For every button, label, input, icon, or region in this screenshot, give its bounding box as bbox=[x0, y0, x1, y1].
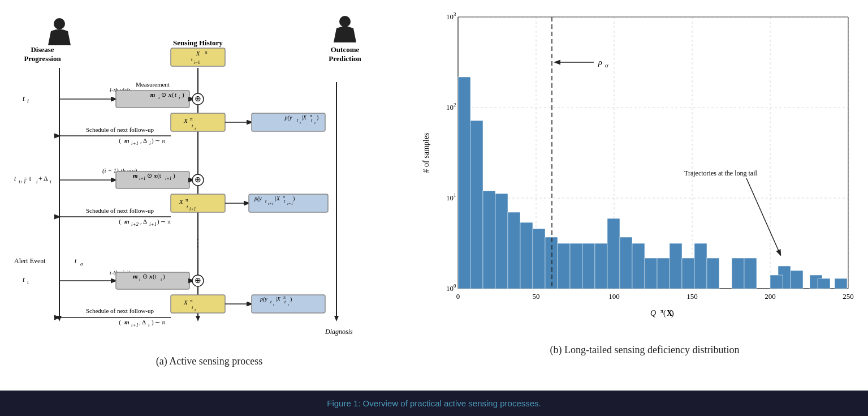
svg-text:x: x bbox=[153, 172, 157, 179]
svg-text:(: ( bbox=[119, 319, 121, 326]
svg-text:m: m bbox=[124, 137, 129, 144]
svg-text:100: 100 bbox=[608, 292, 620, 301]
svg-text:i: i bbox=[300, 121, 301, 125]
svg-text:X: X bbox=[196, 50, 201, 57]
svg-rect-67 bbox=[116, 171, 189, 188]
svg-text:p(y: p(y bbox=[284, 114, 292, 121]
svg-text:): ) bbox=[671, 309, 674, 318]
svg-rect-188 bbox=[607, 218, 620, 289]
svg-text:π: π bbox=[190, 298, 193, 303]
svg-text:2: 2 bbox=[454, 102, 456, 108]
svg-marker-9 bbox=[57, 316, 62, 321]
svg-text:ι: ι bbox=[288, 302, 289, 307]
svg-rect-192 bbox=[657, 258, 670, 289]
svg-text:): ) bbox=[293, 195, 295, 202]
footer-text: Figure 1: Overview of practical active s… bbox=[327, 398, 541, 408]
svg-rect-189 bbox=[620, 237, 632, 289]
svg-text:m: m bbox=[133, 172, 138, 179]
svg-text:, Δ: , Δ bbox=[139, 319, 146, 325]
svg-text:0: 0 bbox=[454, 283, 456, 289]
svg-text:i: i bbox=[27, 98, 29, 104]
svg-marker-11 bbox=[196, 316, 200, 321]
svg-text:ι: ι bbox=[148, 322, 150, 328]
svg-text:) ∼ π: ) ∼ π bbox=[152, 319, 165, 326]
svg-text:Trajectories at the long tail: Trajectories at the long tail bbox=[684, 169, 758, 177]
svg-text:# of samples: # of samples bbox=[422, 133, 430, 173]
svg-text:t: t bbox=[23, 94, 25, 102]
svg-text:X: X bbox=[179, 198, 184, 205]
svg-text:i: i bbox=[314, 121, 316, 125]
svg-text:(: ( bbox=[172, 91, 174, 98]
svg-text:Prediction: Prediction bbox=[329, 54, 361, 63]
svg-text:|X: |X bbox=[275, 296, 281, 302]
svg-text:Sensing History: Sensing History bbox=[173, 38, 223, 47]
svg-rect-178 bbox=[483, 191, 495, 289]
svg-text:m: m bbox=[124, 218, 129, 225]
svg-rect-203 bbox=[818, 278, 830, 289]
svg-text:+ Δ: + Δ bbox=[38, 175, 48, 183]
svg-point-0 bbox=[54, 18, 65, 29]
svg-text:Progression: Progression bbox=[24, 54, 61, 63]
svg-rect-179 bbox=[495, 194, 508, 289]
svg-text:i+1: i+1 bbox=[165, 176, 172, 181]
svg-text:i: i bbox=[149, 140, 151, 146]
svg-text:ι: ι bbox=[27, 279, 29, 285]
svg-text:(: ( bbox=[119, 218, 121, 225]
svg-rect-202 bbox=[770, 275, 783, 289]
svg-text:10: 10 bbox=[446, 12, 454, 21]
svg-text:m: m bbox=[124, 319, 129, 325]
svg-text:π: π bbox=[185, 197, 188, 203]
svg-text:X: X bbox=[183, 117, 188, 124]
svg-text:= t: = t bbox=[24, 175, 32, 183]
svg-text:i: i bbox=[195, 126, 196, 131]
svg-rect-184 bbox=[558, 243, 570, 289]
svg-text:i+1: i+1 bbox=[131, 140, 139, 146]
svg-rect-120 bbox=[171, 295, 225, 313]
svg-text:i+1: i+1 bbox=[139, 176, 146, 181]
svg-text:(: ( bbox=[663, 309, 666, 318]
svg-text:i−1: i−1 bbox=[194, 60, 200, 65]
svg-text:Measurement: Measurement bbox=[136, 81, 170, 88]
svg-text:ι: ι bbox=[139, 277, 140, 282]
svg-text:⊙: ⊙ bbox=[147, 172, 152, 179]
diagram-area: Disease Progression Outcome Prediction S… bbox=[11, 11, 396, 351]
svg-rect-200 bbox=[791, 271, 803, 289]
svg-text:10: 10 bbox=[446, 103, 454, 111]
histogram-svg: 10 3 10 2 10 1 10 0 0 50 100 150 200 250 bbox=[418, 6, 865, 334]
svg-text:x: x bbox=[149, 273, 153, 280]
svg-text:): ) bbox=[163, 273, 165, 280]
svg-text:a: a bbox=[80, 261, 83, 267]
svg-rect-204 bbox=[835, 278, 847, 289]
caption-right: (b) Long-tailed sensing deficiency distr… bbox=[418, 344, 868, 356]
svg-text:i: i bbox=[50, 179, 51, 185]
svg-text:ι: ι bbox=[195, 307, 196, 312]
svg-text:250: 250 bbox=[843, 292, 854, 301]
svg-text:i+1: i+1 bbox=[149, 221, 157, 227]
svg-text:p(y: p(y bbox=[254, 195, 262, 202]
svg-text:p(y: p(y bbox=[260, 296, 267, 303]
svg-text:10: 10 bbox=[446, 194, 454, 202]
svg-text:): ) bbox=[173, 172, 175, 179]
svg-marker-13 bbox=[334, 316, 339, 321]
svg-rect-181 bbox=[520, 222, 533, 289]
svg-text:⊕: ⊕ bbox=[195, 175, 201, 184]
svg-rect-36 bbox=[171, 113, 225, 131]
svg-text:i: i bbox=[36, 179, 38, 185]
svg-text:): ) bbox=[290, 296, 292, 303]
svg-text:|X: |X bbox=[275, 195, 280, 201]
svg-text:Disease: Disease bbox=[31, 45, 54, 54]
svg-text:0: 0 bbox=[456, 292, 460, 301]
svg-text:) ∼ π: ) ∼ π bbox=[152, 137, 165, 144]
svg-rect-185 bbox=[570, 243, 582, 289]
svg-text:, Δ: , Δ bbox=[140, 137, 147, 144]
svg-text:ι: ι bbox=[273, 302, 274, 307]
svg-text:ρ: ρ bbox=[598, 58, 602, 67]
svg-text:|X: |X bbox=[301, 114, 307, 121]
svg-text:3: 3 bbox=[454, 11, 456, 17]
svg-text:150: 150 bbox=[686, 292, 698, 301]
svg-point-1 bbox=[339, 16, 351, 27]
svg-text:Diagnosis: Diagnosis bbox=[325, 328, 353, 336]
svg-text:200: 200 bbox=[765, 292, 776, 301]
svg-text:⊕: ⊕ bbox=[195, 95, 201, 103]
svg-text:α: α bbox=[605, 62, 608, 68]
